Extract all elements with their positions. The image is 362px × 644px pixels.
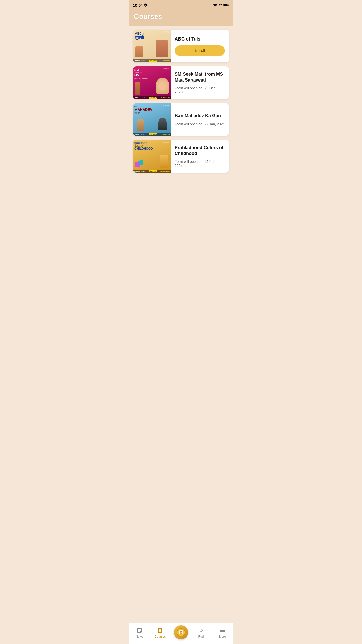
- course-form-date-sm-seek-mati: Form will open on: 23 Dec, 2023: [175, 86, 225, 94]
- status-time: 10:54: [133, 3, 148, 7]
- course-card-prahladhood: प्रहादHOOD Colors of CHILDHOOD जुलइकुता …: [133, 140, 229, 173]
- header: Courses: [129, 10, 233, 26]
- course-content-sm-seek-mati: SM Seek Mati from MS Maa Saraswati Form …: [171, 66, 229, 99]
- course-title-abc-tulsi: ABC of Tulsi: [175, 36, 225, 42]
- course-card-ban-mahadev: बन MAHADEV का गण जुलइकुता LIMITED SEATS …: [133, 103, 229, 136]
- course-image-ban-mahadev: बन MAHADEV का गण जुलइकुता LIMITED SEATS …: [133, 103, 171, 136]
- course-image-abc-tulsi: ABC of तुलसी जुलइकुता LIMITED SEATS CHIL…: [133, 30, 171, 62]
- status-icons: [213, 3, 229, 7]
- svg-rect-1: [224, 4, 227, 6]
- prahladhood-art: प्रहादHOOD Colors of CHILDHOOD जुलइकुता …: [133, 140, 171, 173]
- battery-icon: [223, 4, 229, 7]
- status-bar: 10:54: [129, 0, 233, 10]
- course-image-sm-seek-mati: SM Seek Mati MS Maa Saraswati जुलइकुता L…: [133, 66, 171, 99]
- course-image-prahladhood: प्रहादHOOD Colors of CHILDHOOD जुलइकुता …: [133, 140, 171, 173]
- course-card-sm-seek-mati: SM Seek Mati MS Maa Saraswati जुलइकुता L…: [133, 66, 229, 99]
- signal-icon: [219, 3, 222, 7]
- page-title: Courses: [134, 13, 228, 21]
- course-card-abc-tulsi: ABC of तुलसी जुलइकुता LIMITED SEATS CHIL…: [133, 30, 229, 62]
- enroll-button-abc-tulsi[interactable]: Enroll: [175, 45, 225, 56]
- course-title-sm-seek-mati: SM Seek Mati from MS Maa Saraswati: [175, 71, 225, 83]
- wifi-icon: [213, 3, 217, 7]
- main-content: ABC of तुलसी जुलइकुता LIMITED SEATS CHIL…: [129, 26, 233, 199]
- course-form-date-ban-mahadev: Form will open on: 27 Jan, 2024: [175, 122, 225, 126]
- seekmati-art: SM Seek Mati MS Maa Saraswati जुलइकुता L…: [133, 66, 171, 99]
- course-content-abc-tulsi: ABC of Tulsi Enroll: [171, 30, 229, 62]
- course-title-prahladhood: Prahladhood Colors of Childhood: [175, 145, 225, 157]
- svg-rect-2: [228, 5, 229, 5]
- course-form-date-prahladhood: Form will open on: 24 Feb, 2024: [175, 159, 225, 168]
- course-content-ban-mahadev: Ban Mahadev Ka Gan Form will open on: 27…: [171, 103, 229, 136]
- course-content-prahladhood: Prahladhood Colors of Childhood Form wil…: [171, 140, 229, 173]
- mahadev-art: बन MAHADEV का गण जुलइकुता LIMITED SEATS …: [133, 103, 171, 136]
- settings-icon: [144, 3, 148, 7]
- tulsi-art: ABC of तुलसी जुलइकुता LIMITED SEATS CHIL…: [133, 30, 171, 62]
- course-title-ban-mahadev: Ban Mahadev Ka Gan: [175, 113, 225, 119]
